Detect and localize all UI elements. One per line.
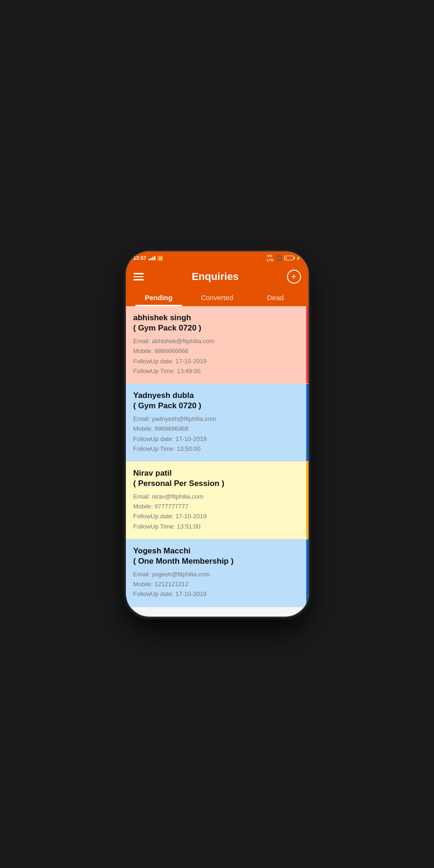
menu-button[interactable] [133,273,144,280]
card-followup-time-1: FollowUp Time: 13:49:00 [133,367,301,375]
hamburger-line-1 [133,273,144,274]
enquiry-card-2[interactable]: Yadnyesh dubla ( Gym Pack 0720 ) Email: … [126,384,309,462]
signal-bar-4 [154,256,155,260]
time-display: 13:57 [133,255,147,261]
card-name-3: Nirav patil ( Personal Per Session ) [133,468,301,489]
card-followup-date-4: FollowUp date: 17-10-2019 [133,590,301,598]
card-email-1: Email: abhishek@fitphilia.com [133,337,301,346]
card-mobile-3: Mobile: 9777777777 [133,502,301,511]
signal-bar-2 [150,258,152,260]
card-border-1 [306,306,309,383]
enquiry-card-1[interactable]: abhishek singh ( Gym Pack 0720 ) Email: … [126,306,309,384]
add-enquiry-button[interactable]: + [287,270,301,284]
enquiry-card-4[interactable]: Yogesh Macchi ( One Month Membership ) E… [126,539,309,607]
top-navigation: Enquiries + [126,265,309,289]
tab-dead[interactable]: Dead [246,289,305,306]
card-border-2 [306,384,309,461]
card-mobile-1: Mobile: 8866666666 [133,347,301,355]
tabs-container: Pending Converted Dead [126,289,309,306]
wifi-icon: 📶 [157,256,163,261]
charging-icon: ⚡ [295,256,301,261]
hamburger-line-2 [133,276,144,278]
battery-icon [284,256,294,260]
tab-converted[interactable]: Converted [188,289,246,306]
card-border-3 [306,462,309,539]
card-followup-date-1: FollowUp date: 17-10-2019 [133,357,301,366]
card-email-3: Email: nirav@fitphilia.com [133,493,301,501]
card-name-4: Yogesh Macchi ( One Month Membership ) [133,546,301,566]
status-bar: 13:57 📶 VOLTE 🎧 ⚡ [126,251,309,265]
card-followup-time-3: FollowUp Time: 13:51:00 [133,522,301,531]
tab-pending[interactable]: Pending [130,289,188,306]
card-email-4: Email: yogesh@fitphilia.com [133,570,301,579]
page-title: Enquiries [191,271,238,283]
enquiry-card-3[interactable]: Nirav patil ( Personal Per Session ) Ema… [126,462,309,539]
card-name-2: Yadnyesh dubla ( Gym Pack 0720 ) [133,390,301,411]
card-followup-time-2: FollowUp Time: 13:50:00 [133,445,301,453]
enquiries-list[interactable]: abhishek singh ( Gym Pack 0720 ) Email: … [126,306,309,617]
card-mobile-2: Mobile: 9969696969 [133,425,301,433]
phone-frame: 13:57 📶 VOLTE 🎧 ⚡ [126,251,309,617]
card-name-1: abhishek singh ( Gym Pack 0720 ) [133,313,301,333]
card-followup-date-3: FollowUp date: 17-10-2019 [133,512,301,521]
phone-screen: 13:57 📶 VOLTE 🎧 ⚡ [126,251,309,617]
hamburger-line-3 [133,279,144,280]
signal-bar-3 [152,257,154,260]
signal-bars [148,256,155,260]
card-email-2: Email: yadnyesh@fitphilia.com [133,415,301,423]
status-bar-right: VOLTE 🎧 ⚡ [267,254,301,262]
card-followup-date-2: FollowUp date: 17-10-2019 [133,435,301,443]
status-bar-left: 13:57 📶 [133,255,163,261]
plus-icon: + [291,272,297,282]
signal-bar-1 [148,259,150,260]
battery-fill [285,257,287,259]
card-mobile-4: Mobile: 1212121212 [133,580,301,588]
headphone-icon: 🎧 [276,255,282,261]
vo-lte-icon: VOLTE [267,254,274,262]
card-border-4 [306,539,309,607]
